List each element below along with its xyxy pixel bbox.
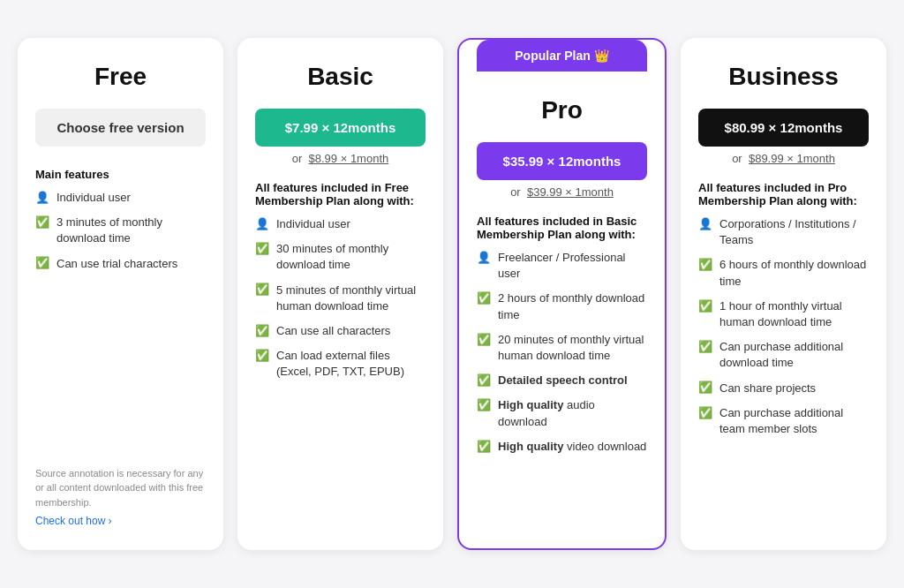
list-item: ✅ Can purchase additional download time [698,339,869,371]
business-plan-title: Business [698,63,869,91]
basic-section-label: All features included in Free Membership… [255,181,426,207]
business-price-button[interactable]: $80.99 × 12months [698,109,869,147]
list-item: ✅ High quality video download [477,439,647,455]
choose-free-button[interactable]: Choose free version [35,109,206,147]
feature-text: 30 minutes of monthly download time [276,241,426,273]
user-icon: 👤 [698,217,712,231]
feature-text: Can purchase additional download time [719,339,869,371]
check-icon: ✅ [255,242,269,256]
list-item: ✅ 3 minutes of monthly download time [35,215,206,246]
free-features-section: Main features 👤 Individual user ✅ 3 minu… [35,168,206,281]
check-icon: ✅ [477,373,491,388]
check-icon: ✅ [35,215,49,230]
check-icon: ✅ [698,299,712,313]
list-item: ✅ Can load external files (Excel, PDF, T… [255,348,426,380]
pro-plan-title: Pro [477,96,647,124]
list-item: ✅ 20 minutes of monthly virtual human do… [477,332,647,364]
feature-text: 2 hours of monthly download time [498,290,647,322]
bold-feature: High quality [498,440,563,453]
feature-text: Can share projects [719,381,816,396]
feature-text: Corporations / Institutions / Teams [719,216,869,248]
check-icon: ✅ [35,257,49,271]
business-features-section: All features included in Pro Membership … [698,181,869,437]
basic-price-button[interactable]: $7.99 × 12months [255,109,426,147]
list-item: ✅ High quality audio download [477,397,647,429]
pro-section-label: All features included in Basic Membershi… [477,215,647,241]
free-plan-title: Free [35,63,206,91]
free-section-label: Main features [35,168,206,181]
feature-text: 5 minutes of monthly virtual human downl… [276,283,426,314]
business-monthly-link[interactable]: $89.99 × 1month [749,152,835,165]
check-icon: ✅ [477,440,491,454]
basic-plan-title: Basic [255,63,426,91]
feature-text: High quality audio download [498,397,647,429]
feature-text: High quality video download [498,439,646,455]
list-item: ✅ 1 hour of monthly virtual human downlo… [698,298,869,330]
check-icon: ✅ [477,291,491,305]
business-or-monthly: or $89.99 × 1month [698,152,869,165]
list-item: 👤 Individual user [35,190,206,206]
business-section-label: All features included in Pro Membership … [698,181,869,207]
pro-monthly-link[interactable]: $39.99 × 1month [527,185,614,199]
list-item: ✅ 30 minutes of monthly download time [255,241,426,273]
feature-text: Can load external files (Excel, PDF, TXT… [276,348,426,380]
feature-text: Can use trial characters [56,256,177,272]
check-icon: ✅ [698,258,712,272]
basic-features-section: All features included in Free Membership… [255,181,426,381]
business-plan-card: Business $80.99 × 12months or $89.99 × 1… [681,38,886,550]
list-item: ✅ 6 hours of monthly download time [698,257,869,289]
feature-text: Detailed speech control [498,373,628,388]
basic-or-monthly: or $8.99 × 1month [255,152,426,165]
pro-features-section: All features included in Basic Membershi… [477,215,647,455]
user-icon: 👤 [35,191,49,205]
feature-text: Can purchase additional team member slot… [719,405,869,437]
free-plan-card: Free Choose free version Main features 👤… [18,38,223,550]
check-icon: ✅ [698,340,712,354]
list-item: ✅ Can use trial characters [35,256,206,272]
pricing-container: Free Choose free version Main features 👤… [18,38,886,550]
list-item: ✅ 2 hours of monthly download time [477,290,647,322]
chevron-right-icon: › [108,513,111,529]
list-item: 👤 Corporations / Institutions / Teams [698,216,869,248]
list-item: ✅ 5 minutes of monthly virtual human dow… [255,283,426,314]
check-out-link[interactable]: Check out how › [35,513,111,529]
list-item: ✅ Can purchase additional team member sl… [698,405,869,437]
pro-price-button[interactable]: $35.99 × 12months [477,142,647,180]
user-icon: 👤 [477,251,491,265]
feature-text: 20 minutes of monthly virtual human down… [498,332,647,364]
popular-badge: Popular Plan 👑 [477,40,647,72]
free-feature-list: 👤 Individual user ✅ 3 minutes of monthly… [35,190,206,272]
check-icon: ✅ [477,333,491,347]
basic-feature-list: 👤 Individual user ✅ 30 minutes of monthl… [255,216,426,381]
list-item: ✅ Can use all characters [255,323,426,339]
feature-text: Individual user [276,216,350,232]
check-icon: ✅ [698,406,712,420]
feature-text: Can use all characters [276,323,390,339]
free-footer-note: Source annotation is necessary for any o… [35,449,206,530]
footer-note-text: Source annotation is necessary for any o… [35,468,203,508]
pro-or-monthly: or $39.99 × 1month [477,185,647,199]
business-feature-list: 👤 Corporations / Institutions / Teams ✅ … [698,216,869,437]
pro-feature-list: 👤 Freelancer / Professional user ✅ 2 hou… [477,250,647,455]
list-item: 👤 Freelancer / Professional user [477,250,647,282]
feature-text: 1 hour of monthly virtual human download… [719,298,869,330]
check-icon: ✅ [255,283,269,298]
check-icon: ✅ [255,349,269,363]
check-out-link-text: Check out how [35,513,105,529]
bold-feature: Detailed speech control [498,373,628,387]
list-item: ✅ Can share projects [698,381,869,396]
check-icon: ✅ [255,324,269,338]
list-item: ✅ Detailed speech control [477,373,647,388]
basic-monthly-link[interactable]: $8.99 × 1month [309,152,389,165]
feature-text: 6 hours of monthly download time [719,257,869,289]
check-icon: ✅ [477,398,491,412]
feature-text: 3 minutes of monthly download time [56,215,206,246]
check-icon: ✅ [698,381,712,396]
pro-plan-card: Popular Plan 👑 Pro $35.99 × 12months or … [457,38,667,550]
feature-text: Individual user [56,190,131,206]
bold-feature: High quality [498,398,563,411]
user-icon: 👤 [255,217,269,231]
feature-text: Freelancer / Professional user [498,250,647,282]
list-item: 👤 Individual user [255,216,426,232]
basic-plan-card: Basic $7.99 × 12months or $8.99 × 1month… [237,38,443,550]
